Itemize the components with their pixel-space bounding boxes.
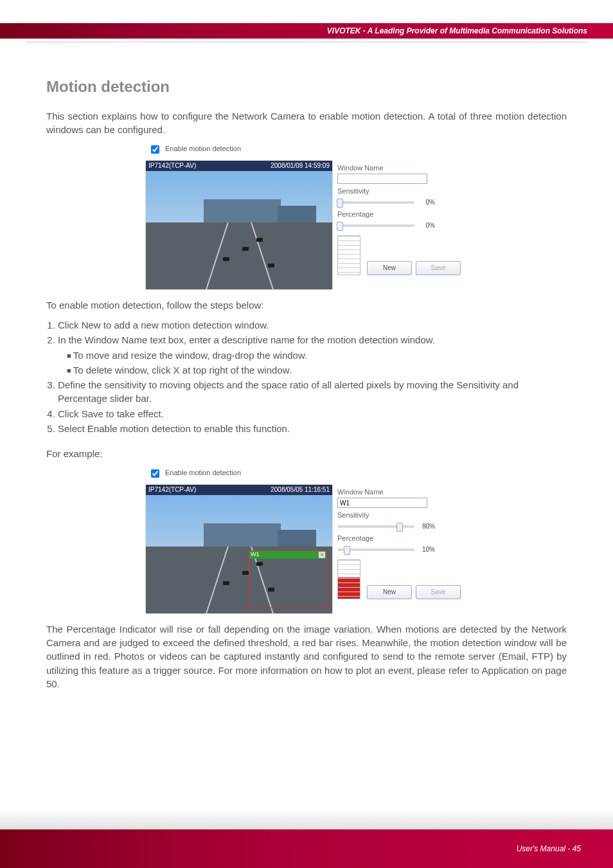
- percentage-slider[interactable]: [337, 224, 414, 227]
- steps-list: Click New to add a new motion detection …: [46, 318, 567, 435]
- camera-name: IP7142(TCP-AV): [148, 485, 196, 494]
- video-title-bar: IP7142(TCP-AV) 2008/01/09 14:59:09: [146, 161, 332, 171]
- detection-window-label: W1: [251, 550, 260, 559]
- percentage-indicator: [337, 559, 360, 599]
- footer-text: User's Manual - 45: [517, 844, 581, 853]
- enable-motion-checkbox[interactable]: [151, 469, 159, 478]
- control-pane: Window Name Sensitivity 80% Percentage 1…: [337, 485, 467, 613]
- percentage-indicator: [337, 235, 360, 275]
- save-button[interactable]: Save: [416, 261, 461, 275]
- step-3: Define the sensitivity to moving objects…: [58, 378, 567, 406]
- step-2a: To move and resize the window, drag-drop…: [67, 348, 567, 362]
- new-button[interactable]: New: [367, 585, 412, 599]
- content: Motion detection This section explains h…: [0, 39, 613, 691]
- sensitivity-slider[interactable]: [337, 201, 414, 204]
- video-preview: IP7142(TCP-AV) 2008/01/09 14:59:09: [146, 161, 332, 289]
- top-bar: VIVOTEK - A Leading Provider of Multimed…: [0, 0, 613, 39]
- page: VIVOTEK - A Leading Provider of Multimed…: [0, 0, 613, 868]
- detection-window[interactable]: W1 ×: [249, 550, 327, 608]
- window-name-label: Window Name: [337, 487, 467, 498]
- video-preview: IP7142(TCP-AV) 2008/05/05 11:16:51 W1 ×: [146, 485, 332, 613]
- step-2: In the Window Name text box, enter a des…: [58, 333, 567, 377]
- enable-motion-label: Enable motion detection: [165, 144, 241, 154]
- example-label: For example:: [46, 447, 567, 460]
- control-pane: Window Name Sensitivity 0% Percentage 0%: [337, 161, 467, 289]
- percentage-value: 10%: [418, 545, 435, 554]
- steps-lead: To enable motion detection, follow the s…: [46, 298, 567, 312]
- video-title-bar: IP7142(TCP-AV) 2008/05/05 11:16:51: [146, 485, 332, 495]
- close-icon[interactable]: ×: [319, 552, 325, 558]
- camera-name: IP7142(TCP-AV): [148, 161, 196, 170]
- percentage-label: Percentage: [337, 534, 467, 544]
- footer-band: User's Manual - 45: [0, 829, 613, 868]
- percentage-label: Percentage: [337, 210, 467, 220]
- enable-motion-checkbox[interactable]: [151, 145, 159, 154]
- footer-shadow: [0, 810, 613, 829]
- percentage-slider[interactable]: [337, 548, 414, 551]
- sensitivity-label: Sensitivity: [337, 186, 467, 197]
- video-timestamp: 2008/05/05 11:16:51: [271, 485, 330, 494]
- header-band: VIVOTEK - A Leading Provider of Multimed…: [0, 23, 613, 39]
- sensitivity-value: 80%: [418, 522, 435, 531]
- step-2-text: In the Window Name text box, enter a des…: [58, 334, 435, 345]
- step-5: Select Enable motion detection to enable…: [58, 422, 567, 435]
- header-tagline: VIVOTEK - A Leading Provider of Multimed…: [327, 26, 587, 35]
- header-rule: [26, 42, 587, 42]
- step-1: Click New to add a new motion detection …: [58, 318, 567, 332]
- enable-motion-row[interactable]: Enable motion detection: [148, 143, 467, 156]
- window-name-input[interactable]: [337, 498, 427, 508]
- new-button[interactable]: New: [367, 261, 412, 275]
- enable-motion-row[interactable]: Enable motion detection: [148, 467, 467, 480]
- section-title: Motion detection: [46, 76, 567, 98]
- sensitivity-value: 0%: [418, 198, 435, 207]
- sensitivity-label: Sensitivity: [337, 511, 467, 521]
- enable-motion-label: Enable motion detection: [165, 468, 241, 478]
- video-timestamp: 2008/01/09 14:59:09: [271, 161, 330, 170]
- motion-ui-mock-1: Enable motion detection IP7142(TCP-AV) 2…: [146, 143, 467, 289]
- intro-paragraph: This section explains how to configure t…: [46, 109, 567, 137]
- explanation-paragraph: The Percentage Indicator will rise or fa…: [46, 622, 567, 691]
- sensitivity-slider[interactable]: [337, 525, 414, 528]
- motion-ui-mock-2: Enable motion detection IP7142(TCP-AV) 2…: [146, 467, 467, 613]
- step-2b: To delete window, click X at top right o…: [67, 363, 567, 377]
- step-4: Click Save to take effect.: [58, 407, 567, 420]
- save-button[interactable]: Save: [416, 585, 461, 599]
- window-name-input[interactable]: [337, 174, 427, 184]
- percentage-value: 0%: [418, 221, 435, 230]
- window-name-label: Window Name: [337, 163, 467, 174]
